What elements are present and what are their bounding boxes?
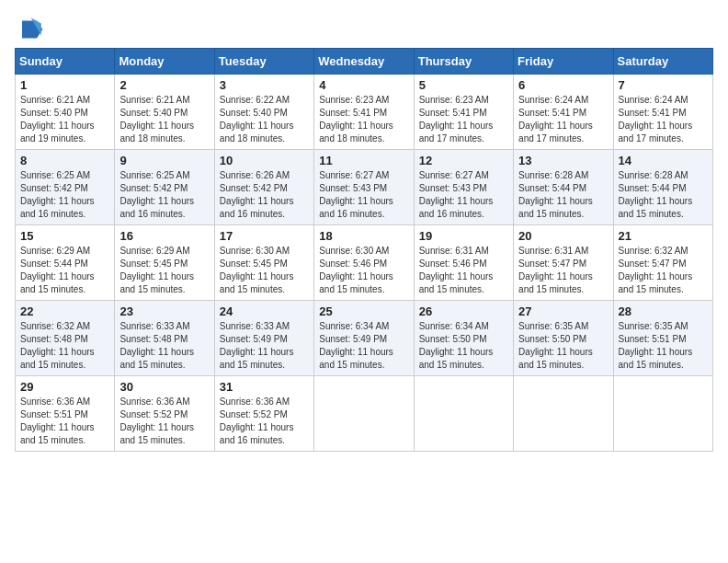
daylight-label: Daylight: 11 hours and 15 minutes. (20, 271, 95, 294)
daylight-label: Daylight: 11 hours and 15 minutes. (20, 422, 95, 445)
daylight-label: Daylight: 11 hours and 15 minutes. (119, 271, 194, 294)
calendar-cell: 11 Sunrise: 6:27 AM Sunset: 5:43 PM Dayl… (314, 150, 414, 225)
day-number: 1 (20, 78, 109, 92)
calendar-cell: 8 Sunrise: 6:25 AM Sunset: 5:42 PM Dayli… (16, 150, 115, 225)
daylight-label: Daylight: 11 hours and 17 minutes. (419, 121, 494, 144)
calendar-cell: 12 Sunrise: 6:27 AM Sunset: 5:43 PM Dayl… (414, 150, 513, 225)
sunset-label: Sunset: 5:52 PM (220, 409, 288, 419)
day-number: 20 (518, 229, 608, 243)
sunset-label: Sunset: 5:40 PM (119, 108, 188, 118)
daylight-label: Daylight: 11 hours and 15 minutes. (518, 271, 593, 294)
weekday-header: Wednesday (314, 49, 414, 75)
daylight-label: Daylight: 11 hours and 16 minutes. (419, 196, 494, 219)
calendar-cell: 29 Sunrise: 6:36 AM Sunset: 5:51 PM Dayl… (16, 376, 115, 452)
calendar-cell: 9 Sunrise: 6:25 AM Sunset: 5:42 PM Dayli… (115, 150, 214, 225)
daylight-label: Daylight: 11 hours and 15 minutes. (220, 271, 294, 294)
sunrise-label: Sunrise: 6:34 AM (319, 321, 389, 331)
sunset-label: Sunset: 5:46 PM (319, 259, 387, 269)
calendar-cell (514, 376, 613, 452)
sunset-label: Sunset: 5:41 PM (419, 108, 487, 118)
calendar-cell: 2 Sunrise: 6:21 AM Sunset: 5:40 PM Dayli… (115, 75, 214, 150)
calendar-cell: 19 Sunrise: 6:31 AM Sunset: 5:46 PM Dayl… (414, 225, 513, 301)
sunrise-label: Sunrise: 6:35 AM (518, 321, 588, 331)
logo (15, 15, 48, 44)
day-info: Sunrise: 6:24 AM Sunset: 5:41 PM Dayligh… (518, 94, 608, 145)
day-info: Sunrise: 6:31 AM Sunset: 5:47 PM Dayligh… (518, 245, 608, 296)
daylight-label: Daylight: 11 hours and 15 minutes. (619, 271, 693, 294)
daylight-label: Daylight: 11 hours and 15 minutes. (419, 271, 494, 294)
sunset-label: Sunset: 5:45 PM (119, 259, 188, 269)
sunrise-label: Sunrise: 6:33 AM (220, 321, 290, 331)
day-info: Sunrise: 6:27 AM Sunset: 5:43 PM Dayligh… (419, 169, 508, 221)
day-info: Sunrise: 6:27 AM Sunset: 5:43 PM Dayligh… (319, 169, 408, 221)
sunset-label: Sunset: 5:52 PM (119, 409, 188, 419)
daylight-label: Daylight: 11 hours and 16 minutes. (220, 422, 294, 445)
calendar-cell (414, 376, 513, 452)
calendar-cell: 22 Sunrise: 6:32 AM Sunset: 5:48 PM Dayl… (16, 301, 115, 376)
day-number: 26 (419, 304, 508, 318)
calendar-cell: 14 Sunrise: 6:28 AM Sunset: 5:44 PM Dayl… (613, 150, 712, 225)
calendar-cell: 4 Sunrise: 6:23 AM Sunset: 5:41 PM Dayli… (314, 75, 414, 150)
day-number: 4 (319, 78, 408, 92)
sunset-label: Sunset: 5:41 PM (518, 108, 586, 118)
calendar-cell: 6 Sunrise: 6:24 AM Sunset: 5:41 PM Dayli… (514, 75, 613, 150)
day-info: Sunrise: 6:36 AM Sunset: 5:52 PM Dayligh… (119, 396, 209, 447)
day-number: 28 (619, 304, 708, 318)
day-number: 18 (319, 229, 408, 243)
calendar-header-row: SundayMondayTuesdayWednesdayThursdayFrid… (16, 49, 713, 75)
day-info: Sunrise: 6:32 AM Sunset: 5:47 PM Dayligh… (619, 245, 708, 296)
sunset-label: Sunset: 5:42 PM (220, 183, 288, 193)
sunrise-label: Sunrise: 6:24 AM (619, 95, 688, 105)
calendar-cell: 1 Sunrise: 6:21 AM Sunset: 5:40 PM Dayli… (16, 75, 115, 150)
day-info: Sunrise: 6:33 AM Sunset: 5:49 PM Dayligh… (220, 320, 309, 372)
day-info: Sunrise: 6:28 AM Sunset: 5:44 PM Dayligh… (619, 169, 708, 221)
sunset-label: Sunset: 5:50 PM (518, 334, 586, 344)
day-number: 3 (220, 78, 309, 92)
day-number: 19 (419, 229, 508, 243)
calendar-week-row: 29 Sunrise: 6:36 AM Sunset: 5:51 PM Dayl… (16, 376, 713, 452)
calendar-cell: 5 Sunrise: 6:23 AM Sunset: 5:41 PM Dayli… (414, 75, 513, 150)
logo-icon (15, 15, 44, 44)
sunset-label: Sunset: 5:44 PM (619, 183, 687, 193)
day-info: Sunrise: 6:21 AM Sunset: 5:40 PM Dayligh… (119, 94, 209, 145)
day-number: 13 (518, 154, 608, 167)
day-info: Sunrise: 6:30 AM Sunset: 5:46 PM Dayligh… (319, 245, 408, 296)
sunrise-label: Sunrise: 6:29 AM (119, 246, 189, 256)
sunset-label: Sunset: 5:47 PM (518, 259, 586, 269)
sunrise-label: Sunrise: 6:28 AM (518, 170, 588, 180)
weekday-header: Saturday (613, 49, 712, 75)
day-number: 30 (119, 380, 209, 394)
daylight-label: Daylight: 11 hours and 15 minutes. (619, 347, 693, 370)
sunset-label: Sunset: 5:48 PM (119, 334, 188, 344)
sunrise-label: Sunrise: 6:33 AM (119, 321, 189, 331)
day-number: 6 (518, 78, 608, 92)
calendar-week-row: 15 Sunrise: 6:29 AM Sunset: 5:44 PM Dayl… (16, 225, 713, 301)
calendar-cell: 10 Sunrise: 6:26 AM Sunset: 5:42 PM Dayl… (214, 150, 313, 225)
daylight-label: Daylight: 11 hours and 15 minutes. (20, 347, 95, 370)
sunset-label: Sunset: 5:43 PM (319, 183, 387, 193)
day-number: 22 (20, 304, 109, 318)
sunset-label: Sunset: 5:51 PM (619, 334, 687, 344)
calendar-cell: 20 Sunrise: 6:31 AM Sunset: 5:47 PM Dayl… (514, 225, 613, 301)
sunset-label: Sunset: 5:41 PM (619, 108, 687, 118)
calendar-cell: 24 Sunrise: 6:33 AM Sunset: 5:49 PM Dayl… (214, 301, 313, 376)
daylight-label: Daylight: 11 hours and 15 minutes. (319, 271, 393, 294)
sunset-label: Sunset: 5:48 PM (20, 334, 88, 344)
calendar-cell (613, 376, 712, 452)
day-info: Sunrise: 6:21 AM Sunset: 5:40 PM Dayligh… (20, 94, 109, 145)
sunrise-label: Sunrise: 6:27 AM (419, 170, 489, 180)
sunset-label: Sunset: 5:49 PM (319, 334, 387, 344)
day-number: 31 (220, 380, 309, 394)
sunset-label: Sunset: 5:45 PM (220, 259, 288, 269)
calendar-cell: 7 Sunrise: 6:24 AM Sunset: 5:41 PM Dayli… (613, 75, 712, 150)
day-info: Sunrise: 6:25 AM Sunset: 5:42 PM Dayligh… (119, 169, 209, 221)
weekday-header: Sunday (16, 49, 115, 75)
day-info: Sunrise: 6:31 AM Sunset: 5:46 PM Dayligh… (419, 245, 508, 296)
daylight-label: Daylight: 11 hours and 16 minutes. (20, 196, 95, 219)
sunset-label: Sunset: 5:44 PM (20, 259, 88, 269)
daylight-label: Daylight: 11 hours and 15 minutes. (518, 196, 593, 219)
calendar-week-row: 1 Sunrise: 6:21 AM Sunset: 5:40 PM Dayli… (16, 75, 713, 150)
day-number: 14 (619, 154, 708, 167)
day-number: 5 (419, 78, 508, 92)
sunrise-label: Sunrise: 6:34 AM (419, 321, 489, 331)
